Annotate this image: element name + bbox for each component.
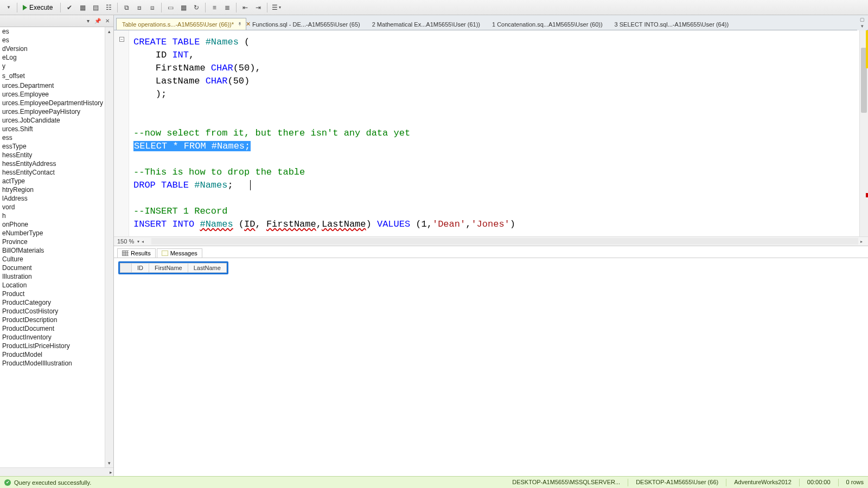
status-time: 00:00:00 xyxy=(807,479,831,486)
decrease-indent-icon[interactable]: ⇤ xyxy=(239,2,251,14)
uncomment-icon[interactable]: ≣ xyxy=(221,2,233,14)
column-id[interactable]: ID xyxy=(132,264,149,273)
results-pane[interactable]: ID FirstName LastName xyxy=(114,258,868,476)
document-tab[interactable]: 1 Concatenation.sq...A1M5655\User (60)) xyxy=(486,18,609,30)
tree-item[interactable]: urces.JobCandidate xyxy=(0,116,105,125)
tree-item[interactable]: ProductInventory xyxy=(0,333,105,342)
close-icon[interactable]: ✕ xyxy=(104,17,111,25)
parse-icon[interactable]: ✔ xyxy=(63,2,75,14)
tree-item[interactable]: lAddress xyxy=(0,194,105,203)
tab-results-label: Results xyxy=(131,250,151,256)
tree-item[interactable]: s_offset xyxy=(0,72,105,80)
tree-item[interactable]: ProductCostHistory xyxy=(0,307,105,316)
pin-icon[interactable]: 🖈 xyxy=(237,21,242,27)
hscroll-left-icon[interactable]: ◂ xyxy=(139,238,146,245)
tree-item[interactable]: hessEntityContact xyxy=(0,168,105,177)
column-lastname[interactable]: LastName xyxy=(188,264,226,273)
zoom-selector[interactable]: 150 % ▾ xyxy=(117,238,139,245)
tree-item[interactable]: h xyxy=(0,211,105,220)
status-server: DESKTOP-A1M5655\MSSQLSERVER... xyxy=(512,479,620,486)
actual-plan-icon[interactable]: ⧉ xyxy=(120,2,132,14)
tree-item[interactable]: eLog xyxy=(0,53,105,62)
split-icon[interactable]: ▢ xyxy=(860,17,865,22)
tab-messages[interactable]: Messages xyxy=(157,248,202,258)
scroll-up-icon[interactable]: ▴ xyxy=(105,27,113,36)
code-gutter[interactable]: − xyxy=(114,30,129,236)
tree-item[interactable]: ProductCategory xyxy=(0,298,105,307)
sidebar-dropdown-icon[interactable]: ▾ xyxy=(84,17,92,25)
tree-item[interactable]: Province xyxy=(0,237,105,246)
tree-item[interactable]: urces.Shift xyxy=(0,125,105,133)
result-grid[interactable]: ID FirstName LastName xyxy=(118,261,228,274)
tree-item[interactable]: ess xyxy=(0,133,105,142)
tab-results[interactable]: Results xyxy=(117,248,156,258)
tree-item[interactable]: Location xyxy=(0,281,105,290)
tree-item[interactable]: hessEntityAddress xyxy=(0,159,105,168)
document-tab[interactable]: 3 SELECT INTO.sql...-A1M5655\User (64)) xyxy=(609,18,735,30)
tree-item[interactable]: es xyxy=(0,27,105,36)
execute-button[interactable]: Execute xyxy=(20,2,58,14)
estimated-plan-icon[interactable]: ▦ xyxy=(76,2,88,14)
sidebar-vscroll[interactable]: ▴ ▾ xyxy=(105,27,113,467)
tree-item[interactable]: Culture xyxy=(0,255,105,264)
tree-item[interactable]: urces.EmployeePayHistory xyxy=(0,107,105,116)
sidebar-tree[interactable]: esesdVersioneLogys_offseturces.Departmen… xyxy=(0,27,105,467)
tree-item[interactable]: urces.Employee xyxy=(0,90,105,99)
tree-item[interactable]: actType xyxy=(0,177,105,185)
tool-icon-1[interactable]: ☷ xyxy=(103,2,114,14)
tree-item[interactable]: dVersion xyxy=(0,44,105,53)
column-firstname[interactable]: FirstName xyxy=(149,264,188,273)
increase-indent-icon[interactable]: ⇥ xyxy=(252,2,264,14)
document-tab[interactable]: Table operations.s...-A1M5655\User (66))… xyxy=(116,18,246,30)
tree-item[interactable]: eNumberType xyxy=(0,229,105,237)
tree-item[interactable]: ProductListPriceHistory xyxy=(0,342,105,350)
tree-item[interactable]: Document xyxy=(0,264,105,272)
scroll-right-icon[interactable]: ▸ xyxy=(110,470,112,475)
tree-item[interactable]: vord xyxy=(0,203,105,211)
tree-item[interactable]: Product xyxy=(0,290,105,298)
row-header-blank[interactable] xyxy=(120,264,132,273)
scroll-down-icon[interactable]: ▾ xyxy=(105,459,113,467)
pin-icon[interactable]: 📌 xyxy=(94,17,101,25)
success-icon: ✔ xyxy=(4,479,11,486)
code-markers xyxy=(866,30,868,236)
results-file-icon[interactable]: ↻ xyxy=(190,2,202,14)
document-tab[interactable]: Functions.sql - DE...-A1M5655\User (65) xyxy=(246,18,366,30)
tree-item[interactable]: ProductDocument xyxy=(0,324,105,333)
code-editor[interactable]: − CREATE TABLE #Names ( ID INT, FirstNam… xyxy=(114,30,868,236)
tree-item[interactable]: urces.EmployeeDepartmentHistory xyxy=(0,99,105,107)
client-stats-icon[interactable]: ⧇ xyxy=(146,2,158,14)
tree-item[interactable]: Illustration xyxy=(0,272,105,281)
tree-item[interactable]: onPhone xyxy=(0,220,105,229)
tree-item[interactable]: htryRegion xyxy=(0,185,105,194)
hscroll-right-icon[interactable]: ▸ xyxy=(858,238,865,245)
specify-values-icon[interactable]: ☰▾ xyxy=(270,2,282,14)
live-stats-icon[interactable]: ⧈ xyxy=(133,2,145,14)
tree-item[interactable]: essType xyxy=(0,142,105,151)
code-hscroll[interactable] xyxy=(151,238,858,245)
tree-item[interactable]: BillOfMaterials xyxy=(0,246,105,255)
tree-item[interactable]: y xyxy=(0,62,105,70)
tree-item[interactable]: ProductModel xyxy=(0,350,105,359)
tree-item[interactable]: es xyxy=(0,36,105,44)
status-rows: 0 rows xyxy=(846,479,864,486)
tab-label: Table operations.s...-A1M5655\User (66))… xyxy=(122,21,234,28)
tree-item[interactable]: urces.Department xyxy=(0,81,105,90)
results-text-icon[interactable]: ▭ xyxy=(164,2,176,14)
sidebar-hscroll[interactable]: ▸ xyxy=(0,467,113,476)
results-grid-icon[interactable]: ▦ xyxy=(177,2,189,14)
tabs-menu-icon[interactable]: ▾ xyxy=(861,23,864,29)
tree-item[interactable]: ProductModelIllustration xyxy=(0,359,105,368)
tree-item[interactable]: hessEntity xyxy=(0,151,105,159)
comment-icon[interactable]: ≡ xyxy=(208,2,220,14)
tree-item[interactable]: ProductDescription xyxy=(0,316,105,324)
tab-label: 1 Concatenation.sq...A1M5655\User (60)) xyxy=(492,21,603,28)
toolbar-dropdown[interactable]: ▼ xyxy=(2,2,14,14)
fold-icon[interactable]: − xyxy=(119,37,124,42)
editor-area: Table operations.s...-A1M5655\User (66))… xyxy=(114,15,868,476)
document-tab[interactable]: 2 Mathematical Ex...A1M5655\User (61)) xyxy=(366,18,486,30)
document-tabs: Table operations.s...-A1M5655\User (66))… xyxy=(114,15,868,30)
code-text[interactable]: CREATE TABLE #Names ( ID INT, FirstName … xyxy=(129,30,859,236)
status-bar: ✔ Query executed successfully. DESKTOP-A… xyxy=(0,476,868,488)
query-options-icon[interactable]: ▤ xyxy=(90,2,101,14)
